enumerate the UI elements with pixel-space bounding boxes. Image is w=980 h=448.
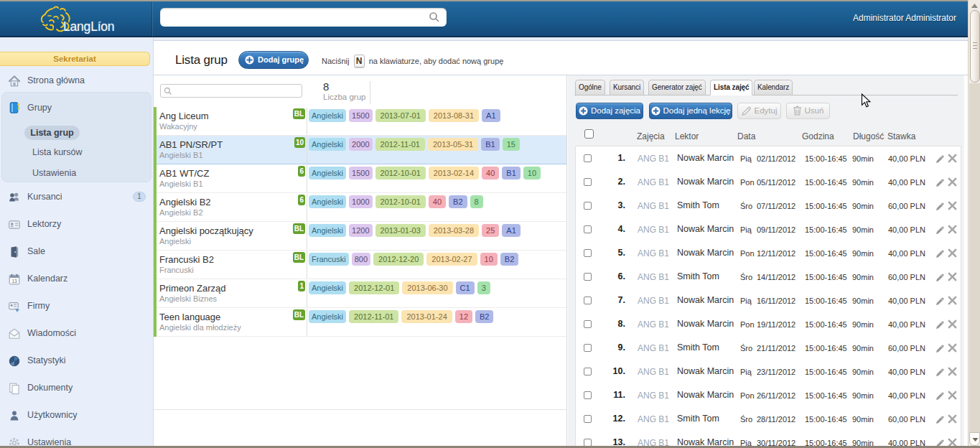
svg-text:13: 13 — [11, 279, 17, 284]
